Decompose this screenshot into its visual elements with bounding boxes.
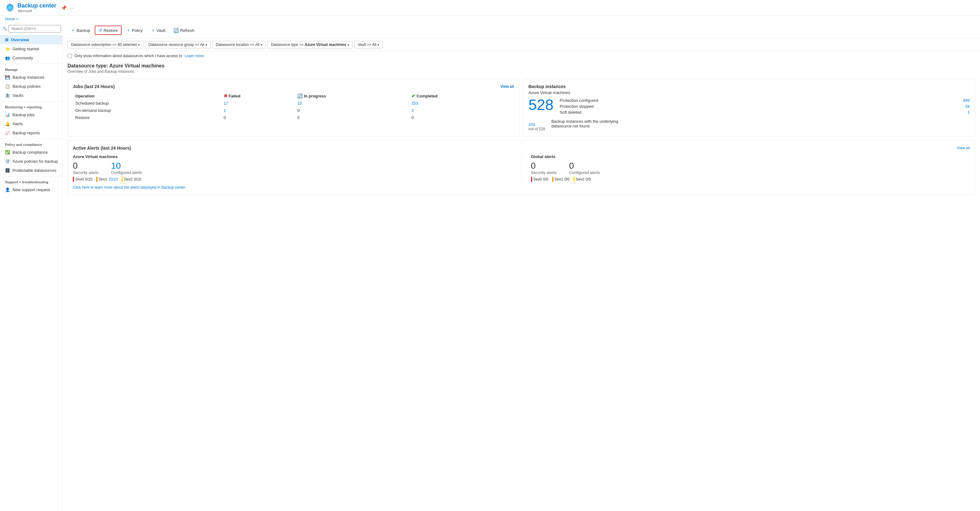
failed-status-icon: ✖ [224, 94, 228, 98]
sidebar-item-new-support[interactable]: 👤 New support request [0, 185, 62, 194]
sev-bar-1 [96, 177, 97, 182]
sidebar-item-backup-instances[interactable]: 💾 Backup instances [0, 73, 62, 82]
azure-vm-configured-label: Configured alerts [111, 170, 142, 175]
access-filter-checkbox[interactable] [67, 54, 72, 58]
sev-bar-0 [531, 177, 532, 182]
sidebar-item-backup-reports-label: Backup reports [13, 130, 40, 135]
page-title: Datasource type: Azure Virtual machines [67, 63, 975, 69]
job-failed-2: 0 [221, 114, 295, 121]
sidebar-item-backup-policies[interactable]: 📋 Backup policies [0, 82, 62, 91]
policy-button[interactable]: ＋ Policy [123, 25, 146, 35]
sev-label-0: Sev0 [75, 177, 84, 181]
sidebar-item-getting-started[interactable]: ⭐ Getting started [0, 44, 62, 53]
sev-value-2: 0/10 [134, 177, 141, 181]
job-failed-0: 17 [221, 100, 295, 107]
sev-item-azure-vm-sev-row-0: Sev0 0/10 [73, 177, 92, 182]
app-logo-icon [5, 3, 15, 13]
learn-more-link[interactable]: Learn more. [185, 54, 205, 58]
sidebar-item-azure-policies[interactable]: 🛡️ Azure policies for backup [0, 157, 62, 166]
jobs-view-all-link[interactable]: View all [500, 84, 514, 89]
restore-button-label: Restore [103, 28, 118, 33]
sidebar-item-protectable-datasources[interactable]: 🗄️ Protectable datasources [0, 166, 62, 175]
job-in-progress-0: 15 [295, 100, 409, 107]
sidebar-item-backup-compliance[interactable]: ✅ Backup compliance [0, 148, 62, 157]
sidebar-item-community-label: Community [13, 56, 33, 60]
backup-button[interactable]: ＋ Backup [67, 25, 94, 35]
job-operation-2: Restore [73, 114, 221, 121]
sev-value-1: 10/10 [108, 177, 118, 181]
sev-value-2: 0/0 [585, 177, 591, 181]
sidebar-item-backup-jobs[interactable]: 📊 Backup jobs [0, 110, 62, 119]
sidebar-item-community[interactable]: 👥 Community [0, 53, 62, 62]
checkbox-row: Only show information about datasources … [62, 51, 980, 60]
section-label-manage: Manage [0, 64, 62, 73]
global-alerts-section: Global alerts 0 Security alerts 0 Config… [531, 154, 970, 182]
bi-stat-row-0: Protection configured 499 [560, 97, 970, 103]
vault-button[interactable]: ＋ Vault [148, 25, 169, 35]
restore-button[interactable]: ↺ Restore [95, 25, 122, 35]
header-subtitle: Microsoft [18, 9, 56, 13]
filter-datasource-type[interactable]: Datasource type == Azure Virtual machine… [267, 41, 353, 48]
table-row: On-demand backup 1 0 2 [73, 107, 514, 114]
sev-bar-2 [122, 177, 123, 182]
sev-bar-2 [573, 177, 575, 182]
sev-label-2: Sev2 [576, 177, 584, 181]
table-row: Restore 0 0 0 [73, 114, 514, 121]
protectable-datasources-icon: 🗄️ [5, 168, 10, 173]
backup-policies-icon: 📋 [5, 84, 10, 89]
overview-icon: ⊞ [5, 38, 8, 42]
filter-vault[interactable]: Vault == All ▾ [355, 41, 383, 48]
sidebar-item-backup-reports[interactable]: 📈 Backup reports [0, 129, 62, 137]
refresh-button[interactable]: 🔄 Refresh [170, 26, 198, 35]
search-input[interactable] [8, 25, 61, 32]
global-configured-label: Configured alerts [569, 170, 600, 175]
job-completed-1: 2 [409, 107, 514, 114]
content-area: ＋ Backup ↺ Restore ＋ Policy ＋ Vault 🔄 [62, 22, 980, 511]
backup-instances-card: Backup instances Azure Virtual machines … [523, 79, 975, 136]
sev-label-0: Sev0 [533, 177, 542, 181]
backup-plus-icon: ＋ [71, 27, 75, 33]
breadcrumb-home[interactable]: Home [5, 17, 15, 21]
app-header: Backup center Microsoft 📌 ··· [0, 0, 980, 16]
toolbar: ＋ Backup ↺ Restore ＋ Policy ＋ Vault 🔄 [62, 22, 980, 38]
bi-stat-value-1: 28 [965, 104, 970, 109]
filter-resource-group[interactable]: Datasource resource group == All ▾ [145, 41, 211, 48]
alerts-view-all-link[interactable]: View all [957, 146, 970, 150]
bi-missing-count-group: 154 out of 528 [528, 119, 545, 131]
alerts-card-header: Active Alerts (last 24 Hours) View all [73, 146, 970, 151]
bi-missing-label: Backup instances with the underlying dat… [551, 119, 633, 129]
azure-vm-security-count: 0 [73, 162, 99, 170]
more-button[interactable]: ··· [69, 4, 75, 11]
sev-label-1: Sev1 [99, 177, 107, 181]
sev-value-0: 0/10 [85, 177, 92, 181]
vault-plus-icon: ＋ [151, 27, 155, 33]
pin-button[interactable]: 📌 [60, 4, 68, 11]
sev-value-1: 0/0 [565, 177, 570, 181]
global-sev-row: Sev0 0/0 Sev1 0/0 Sev2 0/0 [531, 177, 970, 182]
header-logo: Backup center Microsoft [5, 3, 56, 13]
vault-button-label: Vault [157, 28, 165, 33]
backup-instances-stats: Protection configured 499 Protection sto… [560, 97, 970, 115]
global-security-count: 0 [531, 162, 557, 170]
azure-vm-security-group: 0 Security alerts [73, 162, 99, 175]
cards-grid: Jobs (last 24 Hours) View all Operation … [62, 75, 980, 140]
filter-datasource-type-text: Datasource type == Azure Virtual machine… [271, 43, 346, 47]
azure-vm-counts-row: 0 Security alerts 10 Configured alerts [73, 162, 512, 175]
filter-subscription[interactable]: Datasource subscription == 60 selected ▾ [67, 41, 143, 48]
sidebar-item-overview[interactable]: ⊞ Overview [0, 35, 62, 44]
alerts-learn-more-link[interactable]: Click here to learn more about the alert… [73, 185, 185, 190]
sidebar-item-backup-policies-label: Backup policies [13, 84, 41, 89]
backup-instances-count: 528 [528, 97, 554, 113]
filter-location[interactable]: Datasource location == All ▾ [213, 41, 266, 48]
jobs-card-header: Jobs (last 24 Hours) View all [73, 84, 514, 89]
sev-bar-1 [552, 177, 554, 182]
table-row: Scheduled backup 17 15 253 [73, 100, 514, 107]
sidebar-item-vaults[interactable]: 🏦 Vaults [0, 91, 62, 100]
app-container: Backup center Microsoft 📌 ··· Home > 🔍 «… [0, 0, 980, 511]
support-icon: 👤 [5, 187, 10, 192]
azure-vm-security-label: Security alerts [73, 170, 99, 175]
sidebar-item-alerts[interactable]: 🔔 Alerts [0, 119, 62, 129]
filter-resource-group-text: Datasource resource group == All [148, 43, 204, 47]
vaults-icon: 🏦 [5, 93, 10, 98]
col-header-completed: ✔ Completed [409, 92, 514, 100]
